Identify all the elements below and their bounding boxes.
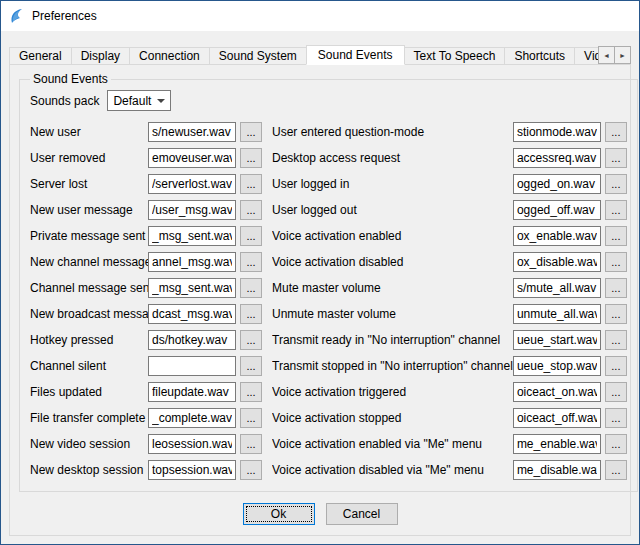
sound-file-input[interactable] — [148, 434, 236, 454]
sound-file-input[interactable] — [148, 408, 236, 428]
ok-button[interactable]: Ok — [243, 503, 315, 525]
tab-shortcuts[interactable]: Shortcuts — [504, 47, 575, 65]
browse-button[interactable]: ... — [240, 278, 262, 298]
browse-button[interactable]: ... — [605, 278, 627, 298]
sound-file-input[interactable] — [148, 148, 236, 168]
browse-button[interactable]: ... — [240, 330, 262, 350]
sound-file-input[interactable] — [148, 122, 236, 142]
tab-general[interactable]: General — [9, 47, 72, 65]
browse-button[interactable]: ... — [240, 304, 262, 324]
browse-button[interactable]: ... — [605, 356, 627, 376]
sound-event-row: New desktop session ... — [30, 457, 262, 483]
sound-file-input[interactable] — [148, 304, 236, 324]
sound-event-label: Server lost — [30, 177, 148, 191]
sound-file-input[interactable] — [513, 304, 601, 324]
tab-text-to-speech[interactable]: Text To Speech — [404, 47, 506, 65]
tab-connection[interactable]: Connection — [129, 47, 210, 65]
browse-button[interactable]: ... — [605, 434, 627, 454]
sound-file-input[interactable] — [148, 174, 236, 194]
sound-event-row: User logged out ... — [272, 197, 627, 223]
sound-event-label: Hotkey pressed — [30, 333, 148, 347]
browse-button[interactable]: ... — [240, 174, 262, 194]
browse-button[interactable]: ... — [605, 226, 627, 246]
tab-sound-system[interactable]: Sound System — [209, 47, 307, 65]
sound-file-input[interactable] — [513, 460, 601, 480]
sound-file-input[interactable] — [513, 330, 601, 350]
tab-scroll-left-button[interactable]: ◄ — [598, 46, 615, 64]
window-title: Preferences — [32, 9, 97, 23]
sound-event-row: Voice activation enabled via "Me" menu .… — [272, 431, 627, 457]
tab-scroll-right-button[interactable]: ► — [614, 46, 631, 64]
sound-event-row: Voice activation triggered ... — [272, 379, 627, 405]
sound-event-label: New video session — [30, 437, 148, 451]
browse-button[interactable]: ... — [240, 252, 262, 272]
browse-button[interactable]: ... — [240, 460, 262, 480]
sound-file-input[interactable] — [513, 434, 601, 454]
sounds-pack-select[interactable]: Default — [107, 90, 171, 111]
sound-event-label: Voice activation disabled — [272, 255, 513, 269]
sound-event-label: Voice activation disabled via "Me" menu — [272, 463, 513, 477]
sound-event-row: File transfer complete ... — [30, 405, 262, 431]
cancel-button[interactable]: Cancel — [326, 503, 398, 525]
tab-display[interactable]: Display — [71, 47, 130, 65]
sound-event-label: Transmit stopped in "No interruption" ch… — [272, 359, 513, 373]
browse-button[interactable]: ... — [605, 122, 627, 142]
sounds-pack-label: Sounds pack — [30, 94, 99, 108]
browse-button[interactable]: ... — [605, 408, 627, 428]
sound-event-label: Voice activation triggered — [272, 385, 513, 399]
browse-button[interactable]: ... — [605, 304, 627, 324]
sound-file-input[interactable] — [148, 330, 236, 350]
sound-file-input[interactable] — [148, 278, 236, 298]
chevron-down-icon — [157, 99, 165, 103]
sound-file-input[interactable] — [513, 382, 601, 402]
browse-button[interactable]: ... — [605, 148, 627, 168]
sound-event-label: Mute master volume — [272, 281, 513, 295]
sound-file-input[interactable] — [513, 356, 601, 376]
sound-file-input[interactable] — [148, 226, 236, 246]
sound-event-label: User logged out — [272, 203, 513, 217]
sound-event-label: Files updated — [30, 385, 148, 399]
browse-button[interactable]: ... — [240, 356, 262, 376]
browse-button[interactable]: ... — [240, 408, 262, 428]
sound-file-input[interactable] — [513, 278, 601, 298]
browse-button[interactable]: ... — [240, 122, 262, 142]
app-icon — [9, 8, 25, 24]
tab-panel: Sound Events Sounds pack Default New use… — [9, 64, 631, 536]
sound-event-label: New channel message — [30, 255, 148, 269]
sound-event-row: New broadcast message ... — [30, 301, 262, 327]
sound-event-label: File transfer complete — [30, 411, 148, 425]
browse-button[interactable]: ... — [605, 174, 627, 194]
sound-file-input[interactable] — [513, 226, 601, 246]
sound-file-input[interactable] — [513, 252, 601, 272]
sound-event-row: Server lost ... — [30, 171, 262, 197]
sound-file-input[interactable] — [513, 122, 601, 142]
sound-event-label: New broadcast message — [30, 307, 148, 321]
sound-file-input[interactable] — [513, 174, 601, 194]
sound-file-input[interactable] — [148, 460, 236, 480]
sound-event-row: User removed ... — [30, 145, 262, 171]
sound-event-label: Channel silent — [30, 359, 148, 373]
browse-button[interactable]: ... — [605, 460, 627, 480]
sound-event-row: New user ... — [30, 119, 262, 145]
browse-button[interactable]: ... — [605, 252, 627, 272]
sound-file-input[interactable] — [148, 200, 236, 220]
browse-button[interactable]: ... — [605, 330, 627, 350]
browse-button[interactable]: ... — [605, 382, 627, 402]
browse-button[interactable]: ... — [605, 200, 627, 220]
sound-file-input[interactable] — [513, 148, 601, 168]
sound-file-input[interactable] — [148, 252, 236, 272]
tab-scroll: ◄ ► — [599, 46, 631, 64]
browse-button[interactable]: ... — [240, 226, 262, 246]
browse-button[interactable]: ... — [240, 148, 262, 168]
sound-file-input[interactable] — [513, 200, 601, 220]
browse-button[interactable]: ... — [240, 434, 262, 454]
sound-file-input[interactable] — [148, 356, 236, 376]
sound-event-label: New user message — [30, 203, 148, 217]
sound-file-input[interactable] — [148, 382, 236, 402]
browse-button[interactable]: ... — [240, 382, 262, 402]
sound-file-input[interactable] — [513, 408, 601, 428]
sound-event-label: User logged in — [272, 177, 513, 191]
browse-button[interactable]: ... — [240, 200, 262, 220]
sound-event-label: Unmute master volume — [272, 307, 513, 321]
tab-sound-events[interactable]: Sound Events — [306, 45, 405, 65]
